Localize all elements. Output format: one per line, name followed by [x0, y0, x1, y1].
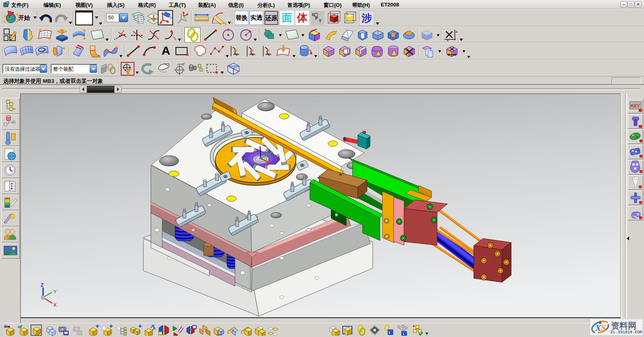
svg-text:X: X [54, 302, 57, 307]
svg-text:x: x [447, 38, 449, 42]
svg-text:P: P [315, 16, 318, 21]
svg-text:ZL.XS1616.COM: ZL.XS1616.COM [611, 330, 642, 335]
svg-text:Y: Y [319, 18, 322, 23]
svg-text:i: i [389, 330, 390, 335]
svg-text:KEY: KEY [631, 103, 640, 108]
svg-text:S: S [601, 323, 606, 333]
svg-text:x: x [456, 30, 458, 34]
svg-text:Z: Z [41, 282, 43, 288]
svg-text:C: C [312, 12, 315, 17]
svg-text:资料网: 资料网 [611, 321, 636, 330]
svg-text:Y: Y [54, 289, 57, 294]
